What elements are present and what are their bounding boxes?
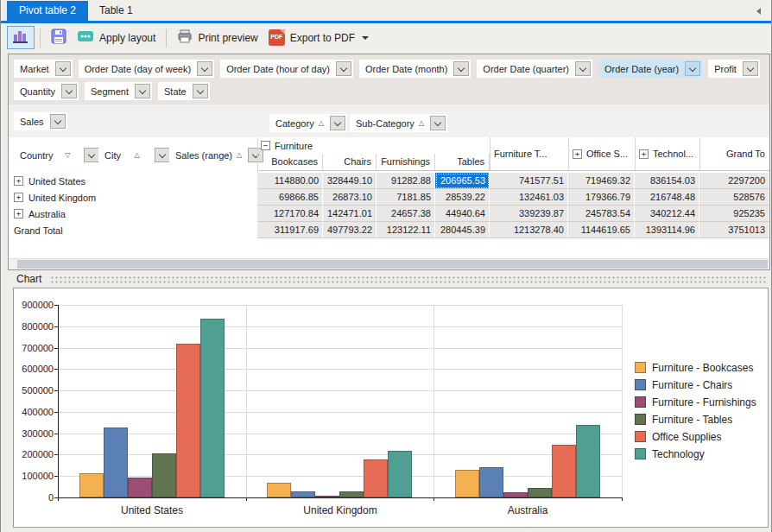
data-cell[interactable]: 340212.44 bbox=[635, 206, 699, 222]
chevron-down-icon[interactable] bbox=[336, 61, 351, 76]
field-chip-label: Order Date (year) bbox=[604, 64, 679, 74]
splitter-grip-icon[interactable] bbox=[50, 276, 766, 283]
data-cell[interactable]: 28539.22 bbox=[435, 189, 490, 206]
data-cell[interactable]: 719469.32 bbox=[568, 173, 635, 189]
column-header-furniture-t-[interactable]: Furniture T... bbox=[490, 137, 568, 170]
chevron-down-icon[interactable] bbox=[84, 148, 99, 162]
data-cell[interactable]: 44940.64 bbox=[435, 206, 490, 222]
filter-field-chip[interactable]: Market bbox=[14, 60, 73, 78]
chart-toggle-button[interactable] bbox=[7, 26, 35, 49]
print-preview-button[interactable]: Print preview bbox=[172, 27, 263, 48]
plus-box-icon[interactable]: + bbox=[14, 209, 23, 218]
chevron-down-icon[interactable] bbox=[575, 61, 591, 76]
data-cell[interactable]: 91282.88 bbox=[377, 173, 435, 189]
data-cell[interactable]: 216748.48 bbox=[635, 189, 699, 206]
row-label-united-kingdom[interactable]: +United Kingdom bbox=[9, 189, 257, 206]
plus-box-icon[interactable]: + bbox=[14, 176, 23, 186]
data-cell[interactable]: 24657.38 bbox=[377, 206, 435, 222]
export-pdf-button[interactable]: PDF Export to PDF bbox=[263, 27, 374, 48]
column-header-furnishings[interactable]: Furnishings bbox=[377, 154, 435, 170]
chart-gridline bbox=[58, 390, 622, 391]
row-field-chip-country[interactable]: Country▽ bbox=[14, 146, 101, 164]
column-group-header-furniture[interactable]: −Furniture bbox=[257, 137, 490, 154]
data-cell[interactable]: 7181.85 bbox=[377, 189, 435, 206]
data-cell[interactable]: 206965.53 bbox=[435, 173, 490, 189]
filter-field-chip[interactable]: Segment bbox=[85, 82, 152, 100]
column-field-chip-sub-category[interactable]: Sub-Category△ bbox=[350, 114, 447, 132]
row-field-chip-sales-range-[interactable]: Sales (range)△ bbox=[169, 146, 265, 164]
chart-splitter[interactable]: Chart bbox=[1, 270, 771, 288]
legend-item: Furniture - Bookcases bbox=[635, 359, 756, 376]
row-label-united-states[interactable]: +United States bbox=[9, 173, 257, 189]
chevron-down-icon[interactable] bbox=[685, 61, 700, 76]
data-cell[interactable]: 1144619.65 bbox=[568, 222, 635, 238]
chevron-down-icon[interactable] bbox=[193, 84, 208, 98]
minus-box-icon[interactable]: − bbox=[261, 141, 270, 150]
column-header-grand-to[interactable]: Grand To bbox=[699, 137, 769, 170]
data-cell[interactable]: 925235 bbox=[699, 206, 769, 222]
column-header-technol-[interactable]: +Technol... bbox=[635, 137, 699, 170]
data-cell[interactable]: 3751013 bbox=[699, 222, 769, 238]
chevron-down-icon[interactable] bbox=[430, 116, 446, 130]
column-group-label: Furniture bbox=[275, 141, 313, 151]
data-cell[interactable]: 311917.69 bbox=[257, 222, 323, 238]
column-header-label: Office S... bbox=[586, 149, 628, 159]
column-header-office-s-[interactable]: +Office S... bbox=[568, 137, 635, 170]
save-button[interactable] bbox=[46, 26, 72, 49]
filter-field-chip[interactable]: Order Date (year) bbox=[598, 60, 702, 78]
plus-box-icon[interactable]: + bbox=[14, 193, 23, 202]
data-cell[interactable]: 26873.10 bbox=[323, 189, 377, 206]
tab-table-1[interactable]: Table 1 bbox=[87, 1, 145, 21]
data-cell[interactable]: 2297200 bbox=[699, 173, 769, 189]
chevron-down-icon[interactable] bbox=[453, 61, 469, 76]
data-cell[interactable]: 142471.01 bbox=[323, 206, 377, 222]
chevron-down-icon[interactable] bbox=[55, 61, 71, 76]
triangle-up-icon: △ bbox=[419, 119, 424, 127]
data-cell[interactable]: 280445.39 bbox=[435, 222, 490, 238]
data-cell[interactable]: 741577.51 bbox=[490, 173, 568, 189]
data-cell[interactable]: 836154.03 bbox=[635, 173, 699, 189]
data-cell[interactable]: 528576 bbox=[699, 189, 769, 206]
apply-layout-button[interactable]: Apply layout bbox=[72, 27, 161, 48]
filter-field-chip[interactable]: Profit bbox=[708, 60, 760, 78]
chevron-down-icon[interactable] bbox=[743, 61, 758, 76]
data-cell[interactable]: 339239.87 bbox=[490, 206, 568, 222]
chevron-down-icon[interactable] bbox=[61, 84, 77, 98]
filter-field-chip[interactable]: Order Date (hour of day) bbox=[220, 60, 353, 78]
data-cell[interactable]: 497793.22 bbox=[323, 222, 377, 238]
row-label-australia[interactable]: +Australia bbox=[9, 206, 257, 222]
chevron-down-icon[interactable] bbox=[197, 61, 212, 76]
data-cell[interactable]: 245783.54 bbox=[568, 206, 635, 222]
scrollbar-thumb[interactable] bbox=[17, 260, 768, 269]
filter-field-chip[interactable]: Order Date (quarter) bbox=[477, 60, 592, 78]
data-cell[interactable]: 123122.11 bbox=[377, 222, 435, 238]
column-header-bookcases[interactable]: Bookcases bbox=[257, 154, 323, 170]
caret-left-icon[interactable] bbox=[756, 8, 761, 15]
filter-field-chip[interactable]: Order Date (day of week) bbox=[79, 60, 215, 78]
data-cell[interactable]: 179366.79 bbox=[568, 189, 635, 206]
data-cell[interactable]: 1393114.96 bbox=[635, 222, 699, 238]
data-cell[interactable]: 328449.10 bbox=[323, 173, 377, 189]
y-axis-tick-label: 800000 bbox=[14, 321, 54, 332]
row-field-chip-city[interactable]: City△ bbox=[98, 146, 172, 164]
data-field-chip-sales[interactable]: Sales bbox=[14, 112, 67, 130]
chevron-down-icon[interactable] bbox=[135, 84, 150, 98]
data-cell[interactable]: 1213278.40 bbox=[490, 222, 568, 238]
chevron-down-icon[interactable] bbox=[155, 148, 170, 162]
filter-field-chip[interactable]: Quantity bbox=[14, 82, 79, 100]
tab-pivot-table-2[interactable]: Pivot table 2 bbox=[7, 1, 88, 21]
data-cell[interactable]: 114880.00 bbox=[257, 173, 323, 189]
chevron-down-icon[interactable] bbox=[50, 114, 66, 129]
column-field-chip-category[interactable]: Category△ bbox=[269, 114, 347, 132]
column-header-chairs[interactable]: Chairs bbox=[323, 154, 377, 170]
data-cell[interactable]: 69866.85 bbox=[257, 189, 323, 206]
data-cell[interactable]: 132461.03 bbox=[490, 189, 568, 206]
data-cell[interactable]: 127170.84 bbox=[257, 206, 323, 222]
plus-box-icon[interactable]: + bbox=[639, 149, 649, 159]
filter-field-chip[interactable]: Order Date (month) bbox=[359, 60, 471, 78]
column-header-tables[interactable]: Tables bbox=[435, 154, 490, 170]
horizontal-scrollbar[interactable] bbox=[9, 258, 769, 269]
filter-field-chip[interactable]: State bbox=[158, 82, 210, 100]
chevron-down-icon[interactable] bbox=[330, 116, 345, 130]
plus-box-icon[interactable]: + bbox=[573, 149, 582, 159]
